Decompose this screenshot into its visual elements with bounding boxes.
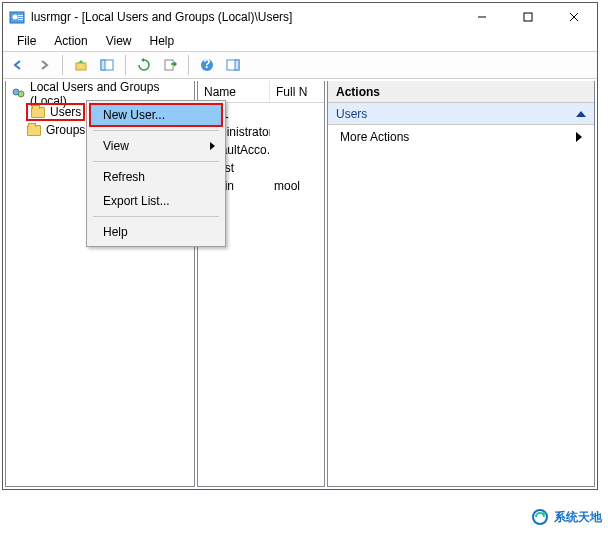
column-fullname[interactable]: Full N <box>270 81 324 102</box>
menu-action[interactable]: Action <box>46 32 95 50</box>
window-title: lusrmgr - [Local Users and Groups (Local… <box>31 10 459 24</box>
back-button[interactable] <box>7 54 29 76</box>
tree-item-label: Groups <box>46 123 85 137</box>
maximize-button[interactable] <box>505 3 551 31</box>
minimize-button[interactable] <box>459 3 505 31</box>
toolbar-separator <box>125 55 126 75</box>
help-button[interactable]: ? <box>196 54 218 76</box>
svg-point-18 <box>18 91 24 97</box>
user-fullname: mool <box>274 179 300 193</box>
actions-section-label: Users <box>336 107 367 121</box>
export-button[interactable] <box>159 54 181 76</box>
actions-more-label: More Actions <box>340 130 409 144</box>
svg-rect-2 <box>18 15 23 16</box>
actions-more[interactable]: More Actions <box>328 125 594 149</box>
actions-header: Actions <box>328 81 594 103</box>
context-menu-item[interactable]: Help <box>89 220 223 244</box>
menu-file[interactable]: File <box>9 32 44 50</box>
watermark: 系统天地 <box>530 507 602 527</box>
menu-bar: File Action View Help <box>3 31 597 51</box>
context-menu-item[interactable]: Export List... <box>89 189 223 213</box>
context-menu-item[interactable]: View <box>89 134 223 158</box>
users-groups-icon <box>10 86 26 102</box>
toolbar-separator <box>62 55 63 75</box>
up-button[interactable] <box>70 54 92 76</box>
context-menu: New User...ViewRefreshExport List...Help <box>86 100 226 247</box>
menu-view[interactable]: View <box>98 32 140 50</box>
svg-rect-11 <box>101 60 105 70</box>
watermark-text: 系统天地 <box>554 509 602 526</box>
svg-rect-12 <box>165 60 173 70</box>
svg-point-20 <box>543 512 546 515</box>
tree-item-label: Users <box>50 105 81 119</box>
context-menu-item[interactable]: New User... <box>89 103 223 127</box>
submenu-arrow-icon <box>576 132 582 142</box>
title-bar[interactable]: lusrmgr - [Local Users and Groups (Local… <box>3 3 597 31</box>
folder-icon <box>26 122 42 138</box>
refresh-button[interactable] <box>133 54 155 76</box>
context-menu-item[interactable]: Refresh <box>89 165 223 189</box>
svg-rect-3 <box>18 17 23 18</box>
menu-help[interactable]: Help <box>142 32 183 50</box>
show-hide-tree-button[interactable] <box>96 54 118 76</box>
actions-section[interactable]: Users <box>328 103 594 125</box>
app-icon <box>9 9 25 25</box>
selection-highlight: Users <box>26 103 85 121</box>
context-menu-separator <box>93 130 219 131</box>
watermark-icon <box>530 507 550 527</box>
svg-point-1 <box>13 15 18 20</box>
svg-rect-4 <box>18 19 23 20</box>
show-hide-action-pane-button[interactable] <box>222 54 244 76</box>
close-button[interactable] <box>551 3 597 31</box>
folder-icon <box>30 104 46 120</box>
column-name[interactable]: Name <box>198 81 270 102</box>
actions-pane: Actions Users More Actions <box>327 81 595 487</box>
svg-rect-16 <box>235 60 239 70</box>
collapse-up-icon <box>576 111 586 117</box>
svg-rect-9 <box>76 63 86 70</box>
svg-rect-6 <box>524 13 532 21</box>
context-menu-separator <box>93 161 219 162</box>
toolbar: ? <box>3 51 597 79</box>
svg-text:?: ? <box>203 58 210 71</box>
toolbar-separator <box>188 55 189 75</box>
forward-button[interactable] <box>33 54 55 76</box>
context-menu-separator <box>93 216 219 217</box>
